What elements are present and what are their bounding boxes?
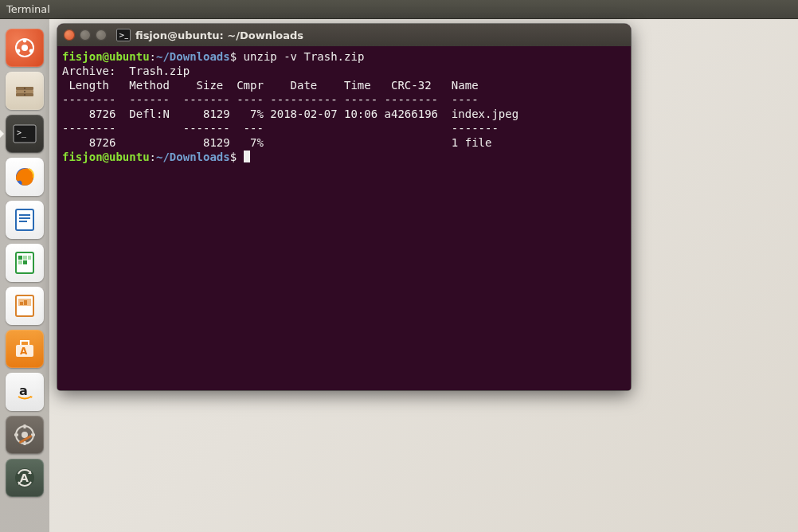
window-maximize-button[interactable] [96, 29, 107, 41]
software-icon[interactable]: A [6, 330, 44, 368]
svg-point-3 [29, 49, 33, 53]
svg-rect-37 [18, 435, 32, 444]
svg-text:a: a [19, 383, 28, 398]
svg-point-2 [23, 39, 27, 43]
menubar: Terminal [0, 0, 798, 19]
svg-rect-27 [24, 300, 27, 305]
terminal-icon[interactable]: >_ [6, 115, 44, 153]
terminal-window-title: fisjon@ubuntu: ~/Downloads [135, 29, 303, 41]
svg-rect-22 [18, 260, 22, 264]
svg-rect-16 [19, 217, 30, 219]
svg-point-8 [24, 88, 25, 89]
terminal-output-header: Length Method Size Cmpr Date Time CRC-32… [62, 79, 479, 92]
svg-rect-11 [14, 125, 36, 143]
menubar-title: Terminal [6, 3, 50, 15]
firefox-icon[interactable] [6, 158, 44, 196]
window-minimize-button[interactable] [80, 29, 91, 41]
svg-rect-26 [20, 302, 23, 305]
svg-point-10 [24, 94, 25, 96]
svg-rect-25 [18, 299, 31, 306]
svg-point-1 [22, 45, 28, 51]
svg-point-38 [15, 468, 34, 487]
svg-point-9 [24, 91, 25, 92]
svg-text:A: A [20, 346, 28, 357]
terminal-output-archive: Archive: Trash.zip [62, 65, 190, 77]
terminal-output-divider: -------- ------ ------- ---- ---------- … [62, 93, 479, 106]
svg-point-4 [17, 49, 21, 53]
svg-point-31 [16, 426, 33, 444]
desktop: >_AaA >_ fisjon@ubuntu: ~/Downloads fisj… [0, 19, 798, 532]
prompt-sep: : [150, 50, 156, 63]
terminal-titlebar[interactable]: >_ fisjon@ubuntu: ~/Downloads [57, 24, 631, 46]
settings-icon[interactable] [6, 416, 44, 454]
terminal-command: unzip -v Trash.zip [244, 50, 365, 63]
terminal-titlebar-icon: >_ [116, 29, 131, 41]
amazon-icon[interactable]: a [6, 373, 44, 411]
prompt-dollar: $ [230, 50, 237, 63]
svg-rect-33 [24, 424, 26, 428]
svg-text:A: A [20, 471, 29, 484]
updater-icon[interactable]: A [6, 459, 44, 497]
svg-point-0 [16, 39, 33, 57]
impress-icon[interactable] [6, 287, 44, 325]
terminal-output-row: 8726 Defl:N 8129 7% 2018-02-07 10:06 a42… [62, 108, 518, 120]
writer-icon[interactable] [6, 201, 44, 239]
terminal-body[interactable]: fisjon@ubuntu:~/Downloads$ unzip -v Tras… [57, 46, 631, 390]
svg-rect-6 [16, 90, 33, 93]
svg-rect-24 [16, 295, 33, 316]
terminal-window[interactable]: >_ fisjon@ubuntu: ~/Downloads fisjon@ubu… [57, 24, 631, 390]
calc-icon[interactable] [6, 244, 44, 282]
prompt-path: ~/Downloads [156, 50, 230, 63]
prompt-user-host: fisjon@ubuntu [62, 151, 150, 163]
svg-rect-28 [16, 345, 33, 357]
svg-rect-20 [23, 256, 27, 260]
terminal-output-footer-divider: -------- ------- --- ------- [62, 122, 499, 135]
prompt-sep: : [150, 151, 156, 163]
dash-icon[interactable] [6, 29, 44, 67]
svg-rect-19 [18, 256, 22, 260]
window-close-button[interactable] [64, 29, 75, 41]
svg-rect-14 [16, 209, 33, 230]
svg-rect-35 [14, 434, 18, 436]
prompt-dollar: $ [230, 151, 237, 163]
svg-rect-15 [19, 214, 30, 216]
terminal-cursor [244, 151, 250, 162]
svg-rect-7 [16, 93, 33, 96]
launcher: >_AaA [0, 19, 49, 532]
svg-rect-21 [28, 256, 31, 260]
files-icon[interactable] [6, 72, 44, 110]
svg-point-32 [22, 432, 28, 438]
svg-rect-17 [19, 221, 27, 222]
svg-rect-36 [31, 434, 35, 436]
svg-text:>_: >_ [17, 128, 27, 138]
svg-rect-5 [16, 87, 33, 90]
svg-rect-34 [24, 441, 26, 445]
svg-point-13 [16, 168, 33, 186]
prompt-path: ~/Downloads [156, 151, 230, 163]
terminal-output-footer: 8726 8129 7% 1 file [62, 136, 491, 149]
prompt-user-host: fisjon@ubuntu [62, 50, 150, 63]
svg-rect-18 [16, 252, 33, 273]
svg-rect-23 [23, 260, 27, 264]
